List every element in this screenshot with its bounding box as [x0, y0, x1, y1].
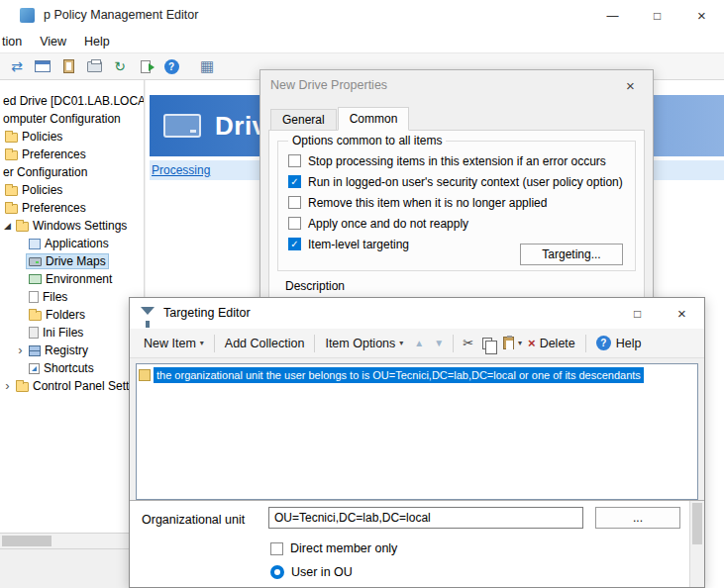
user-in-ou-radio[interactable] [270, 565, 284, 579]
tab-common[interactable]: Common [338, 107, 410, 131]
delete-button[interactable]: × Delete [522, 333, 581, 353]
list-item[interactable]: the organizational unit the user belongs… [139, 366, 697, 384]
tree-item-windows-settings[interactable]: ◢Windows Settings [2, 217, 144, 235]
help-button[interactable]: ? Help [590, 333, 648, 353]
description-label: Description [285, 279, 345, 293]
tree-item-applications[interactable]: Applications [15, 235, 144, 252]
dialog-title: New Drive Properties [270, 78, 387, 92]
groupbox-legend: Options common to all items [288, 134, 446, 147]
help-button[interactable]: ? [158, 54, 184, 78]
dialog-title: Targeting Editor [163, 306, 251, 320]
tree-item-label: Applications [45, 237, 109, 250]
move-down-icon[interactable]: ▼ [429, 338, 449, 348]
shortcut-icon [29, 363, 40, 374]
checkbox-apply-once-and[interactable] [288, 217, 301, 230]
folder-icon [5, 186, 18, 196]
item-options-label: Item Options [325, 337, 395, 350]
new-item-button[interactable]: New Item ▾ [138, 334, 210, 353]
menu-view[interactable]: View [31, 33, 75, 50]
gpme-titlebar: p Policy Management Editor — □ × [0, 0, 724, 31]
tree-item-files[interactable]: Files [15, 288, 144, 306]
print-button[interactable] [81, 54, 107, 78]
vertical-scrollbar[interactable] [689, 501, 704, 587]
help-icon: ? [164, 59, 179, 74]
targeting-button[interactable]: Targeting... [520, 244, 623, 265]
tree-item-policies[interactable]: Policies [0, 181, 144, 199]
tree-item-er-configuration[interactable]: er Configuration [0, 163, 144, 181]
checkbox-label: Item-level targeting [308, 238, 409, 251]
close-button[interactable]: × [679, 0, 724, 31]
tree-item-ini-files[interactable]: Ini Files [15, 324, 144, 342]
clipboard-button[interactable] [55, 54, 81, 78]
browse-button[interactable]: ... [595, 507, 680, 529]
menu-bar: tionViewHelp [0, 31, 724, 52]
export-list-icon [141, 60, 151, 73]
tree-item-ed-drive-dc01-lab-loca[interactable]: ed Drive [DC01.LAB.LOCA [0, 92, 144, 110]
checkbox-remove-this-item[interactable] [288, 196, 301, 209]
console-window-button[interactable] [30, 54, 55, 78]
options-list: Stop processing items in this extension … [278, 142, 635, 254]
option-row: Apply once and do not reapply [288, 213, 635, 234]
tree-item-policies[interactable]: Policies [0, 128, 144, 146]
paste-icon[interactable] [503, 337, 514, 349]
collapse-arrow-icon[interactable]: ◢ [2, 221, 13, 231]
cut-icon[interactable]: ✂ [458, 336, 478, 350]
close-button[interactable]: × [660, 298, 704, 329]
item-options-button[interactable]: Item Options ▾ [319, 334, 409, 353]
expand-arrow-icon[interactable]: › [15, 343, 26, 357]
clipboard-icon [63, 59, 74, 73]
maximize-button[interactable]: □ [635, 0, 679, 31]
scrollbar-thumb[interactable] [692, 503, 702, 544]
tree-item-content: Environment [26, 271, 115, 287]
move-up-icon[interactable]: ▲ [409, 338, 429, 348]
toolbar-separator [314, 335, 315, 352]
back-forward-button[interactable]: ⇄ [4, 54, 30, 78]
checkbox-run-in-logged[interactable] [288, 175, 301, 188]
tree-item-label: Preferences [22, 201, 86, 215]
targeting-editor-dialog: Targeting Editor □ × New Item ▾ Add Coll… [129, 297, 705, 588]
window-controls: — □ × [590, 0, 724, 31]
delete-label: Delete [540, 337, 575, 350]
tab-general[interactable]: General [270, 109, 337, 131]
tree-item-preferences[interactable]: Preferences [0, 199, 144, 217]
registry-icon [29, 345, 41, 356]
expand-arrow-icon[interactable]: › [2, 379, 13, 393]
organizational-unit-label: Organizational unit [142, 513, 245, 527]
tree-item-content: Registry [26, 343, 91, 358]
maximize-button[interactable]: □ [615, 298, 660, 329]
close-button[interactable]: × [608, 70, 653, 100]
direct-member-only-row: Direct member only [270, 541, 397, 555]
tree-item-environment[interactable]: Environment [15, 270, 144, 288]
close-icon: × [626, 77, 635, 94]
processing-link[interactable]: Processing [152, 163, 210, 177]
tree-item-content: er Configuration [0, 164, 90, 180]
tree-item-control-panel-sett[interactable]: ›Control Panel Sett [2, 377, 144, 395]
checkbox-stop-processing-items[interactable] [288, 154, 301, 167]
minimize-button[interactable]: — [590, 0, 635, 31]
scrollbar-thumb[interactable] [2, 536, 52, 546]
tree-item-folders[interactable]: Folders [15, 306, 144, 324]
help-label: Help [616, 337, 642, 350]
add-collection-button[interactable]: Add Collection [219, 334, 311, 353]
refresh-button[interactable]: ↻ [107, 54, 133, 78]
tree-item-label: Environment [46, 272, 112, 286]
copy-icon[interactable] [482, 338, 492, 349]
delete-x-icon: × [528, 336, 536, 350]
tree-item-registry[interactable]: ›Registry [15, 342, 144, 359]
screen: p Policy Management Editor — □ × tionVie… [0, 0, 724, 588]
export-list-button[interactable] [133, 54, 158, 78]
tree-item-omputer-configuration[interactable]: omputer Configuration [0, 110, 144, 128]
tree-item-preferences[interactable]: Preferences [0, 146, 144, 163]
table-view-button[interactable]: ▦ [194, 54, 220, 78]
direct-member-only-checkbox[interactable] [270, 542, 283, 555]
tree-item-shortcuts[interactable]: Shortcuts [15, 359, 144, 377]
tree-horizontal-scrollbar[interactable] [0, 533, 145, 549]
tree-item-drive-maps[interactable]: Drive Maps [15, 252, 144, 270]
tree-item-label: Registry [45, 343, 88, 357]
checkbox-item-level-targeting[interactable] [288, 238, 301, 250]
menu-tion[interactable]: tion [0, 33, 31, 50]
organizational-unit-input[interactable] [268, 507, 583, 529]
checkbox-label: Stop processing items in this extension … [308, 154, 606, 168]
menu-help[interactable]: Help [75, 33, 119, 50]
new-item-label: New Item [144, 337, 196, 350]
